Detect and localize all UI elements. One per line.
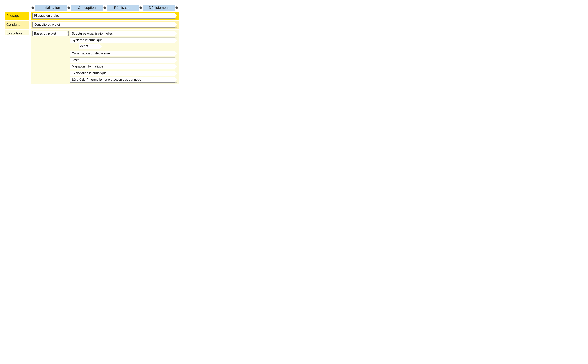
milestone-diamond-icon — [175, 5, 179, 11]
phase-initialisation: Initialisation — [35, 5, 67, 11]
phase-conception: Conception — [71, 5, 103, 11]
lane-conduite: Conduite Conduite du projet — [5, 21, 179, 29]
milestone-diamond-icon — [103, 5, 107, 11]
lane-body-pilotage: Pilotage du projet — [31, 12, 179, 20]
phase-deploiement: Déploiement — [143, 5, 175, 11]
bar-achat: Achat — [78, 44, 102, 49]
lane-pilotage: Pilotage Pilotage du projet — [5, 12, 179, 20]
milestone-diamond-icon — [139, 5, 143, 11]
milestone-diamond-icon — [31, 5, 35, 11]
lane-label-execution: Exécution — [5, 30, 29, 35]
lane-body-execution: Bases du projet Structures organisationn… — [31, 30, 179, 84]
phase-realisation: Réalisation — [107, 5, 139, 11]
svg-marker-0 — [31, 6, 34, 9]
bar-exploitation: Exploitation informatique — [70, 71, 177, 76]
hermes-phase-diagram: Initialisation Conception Réalisation Dé… — [5, 5, 179, 84]
phase-header: Initialisation Conception Réalisation Dé… — [5, 5, 179, 11]
lane-label-pilotage: Pilotage — [5, 12, 29, 20]
svg-marker-4 — [175, 6, 178, 9]
phase-cells: Initialisation Conception Réalisation Dé… — [31, 5, 179, 11]
bar-organisation: Organisation du déploiement — [70, 51, 177, 56]
bar-tests: Tests — [70, 58, 177, 63]
bar-migration: Migration informatique — [70, 64, 177, 69]
svg-marker-1 — [67, 6, 70, 9]
lane-execution: Exécution Bases du projet Structures org… — [5, 30, 179, 84]
milestone-diamond-icon — [67, 5, 71, 11]
phase-header-spacer — [5, 5, 31, 11]
lane-body-conduite: Conduite du projet — [31, 21, 179, 29]
bar-structures: Structures organisationnelles — [70, 31, 177, 36]
svg-marker-2 — [103, 6, 106, 9]
svg-marker-3 — [139, 6, 142, 9]
bar-pilotage-projet: Pilotage du projet — [32, 13, 177, 19]
lane-label-conduite: Conduite — [5, 21, 29, 29]
bar-systeme: Système informatique — [70, 38, 177, 43]
bar-surete: Sûreté de l’information et protection de… — [70, 77, 177, 83]
bar-bases-projet: Bases du projet — [32, 31, 69, 36]
bar-conduite-projet: Conduite du projet — [32, 22, 177, 27]
lane-label-execution-text: Exécution — [6, 31, 22, 35]
